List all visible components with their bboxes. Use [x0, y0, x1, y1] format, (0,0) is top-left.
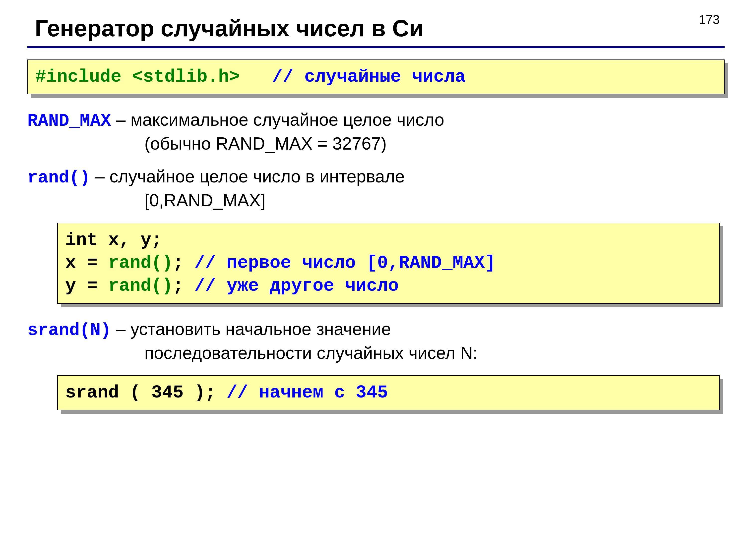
code2-l3a: y = — [65, 276, 108, 296]
code-directive: #include <stdlib.h> — [35, 67, 240, 87]
code2-l3b: rand() — [108, 276, 173, 296]
code2-l2d: // первое число [0,RAND_MAX] — [195, 253, 496, 273]
rand-line1: rand() – случайное целое число в интерва… — [27, 166, 725, 188]
randmax-desc2: (обычно RAND_MAX = 32767) — [27, 134, 725, 154]
rand-desc1: – случайное целое число в интервале — [90, 167, 405, 186]
code2-l2b: rand() — [108, 253, 173, 273]
code2-l3c: ; — [173, 276, 194, 296]
code2-line1: int x, y; — [65, 230, 162, 250]
srand-block: srand(N) – установить начальное значение… — [27, 319, 725, 363]
code-comment: // случайные числа — [272, 67, 466, 87]
srand-keyword: srand(N) — [27, 321, 111, 340]
srand-line1: srand(N) – установить начальное значение — [27, 319, 725, 341]
randmax-keyword: RAND_MAX — [27, 111, 111, 131]
title-underline — [27, 46, 725, 48]
slide: 173 Генератор случайных чисел в Си #incl… — [0, 0, 747, 560]
code-include-block: #include <stdlib.h> // случайные числа — [27, 59, 725, 94]
randmax-block: RAND_MAX – максимальное случайное целое … — [27, 109, 725, 154]
code2-l2c: ; — [173, 253, 194, 273]
code2-l2a: x = — [65, 253, 108, 273]
code2-l3d: // уже другое число — [195, 276, 399, 296]
rand-block: rand() – случайное целое число в интерва… — [27, 166, 725, 210]
page-number: 173 — [699, 12, 720, 27]
randmax-desc1: – максимальное случайное целое число — [111, 110, 444, 129]
randmax-line1: RAND_MAX – максимальное случайное целое … — [27, 109, 725, 132]
rand-keyword: rand() — [27, 168, 90, 188]
code-srand-block: srand ( 345 ); // начнем с 345 — [57, 375, 720, 410]
slide-title: Генератор случайных чисел в Си — [35, 15, 725, 42]
code3-b: // начнем с 345 — [227, 382, 388, 403]
srand-desc2: последовательности случайных чисел N: — [27, 343, 725, 363]
srand-desc1: – установить начальное значение — [111, 319, 391, 339]
rand-desc2: [0,RAND_MAX] — [27, 190, 725, 210]
code3-a: srand ( 345 ); — [65, 382, 227, 403]
code-spacer — [240, 67, 272, 87]
code-rand-block: int x, y; x = rand(); // первое число [0… — [57, 223, 720, 303]
